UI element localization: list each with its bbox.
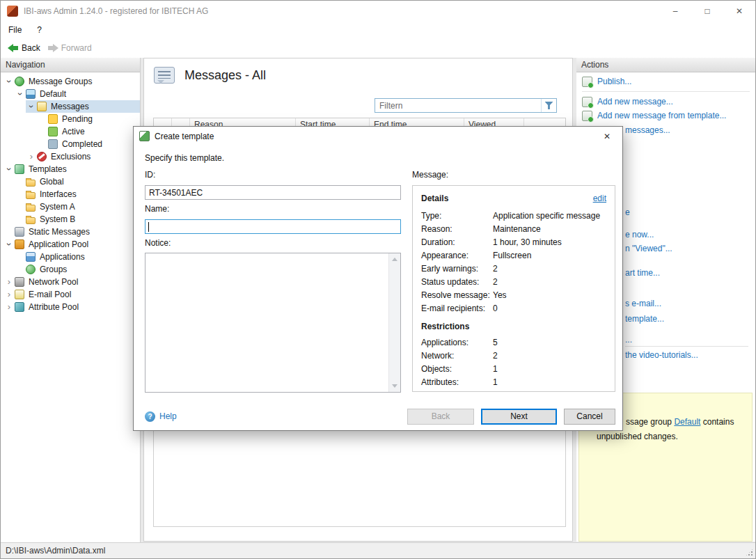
chevron-right-icon[interactable]: ›: [3, 301, 15, 313]
pending-icon: [48, 114, 58, 124]
close-icon[interactable]: ✕: [723, 1, 755, 22]
tree-item-completed[interactable]: Completed: [1, 138, 140, 150]
chevron-down-icon[interactable]: ›: [26, 101, 37, 112]
chevron-right-icon[interactable]: ›: [3, 289, 15, 300]
tree-item-default[interactable]: ›Default: [1, 88, 140, 100]
tree-item-label: Exclusions: [51, 152, 90, 162]
tree-item-system-a[interactable]: System A: [1, 200, 140, 213]
tree-item-applications[interactable]: Applications: [1, 251, 140, 263]
detail-value: 1 hour, 30 minutes: [493, 237, 562, 247]
tree-item-messages[interactable]: ›Messages: [1, 100, 140, 113]
filter-input[interactable]: [375, 99, 541, 112]
action-add-new-message[interactable]: Add new message...: [582, 95, 750, 109]
notification-text: contains: [700, 417, 734, 427]
detail-row: Attributes:1: [421, 375, 606, 388]
id-input[interactable]: [145, 185, 401, 200]
tree-item-global[interactable]: Global: [1, 175, 140, 188]
back-button[interactable]: Back: [407, 409, 474, 425]
dialog-close-icon[interactable]: ✕: [592, 127, 622, 145]
detail-value: 1: [493, 364, 498, 374]
action-link-partial[interactable]: s e-mail...: [625, 299, 661, 308]
detail-row: Network:2: [421, 349, 606, 362]
tree-item-message-groups[interactable]: ›Message Groups: [1, 75, 140, 88]
chevron-down-icon[interactable]: ›: [3, 239, 15, 250]
tree-item-pending[interactable]: Pending: [1, 113, 140, 125]
toolbar: Back Forward: [1, 38, 755, 58]
action-link-partial[interactable]: e: [625, 207, 630, 217]
notice-textarea[interactable]: [145, 253, 401, 393]
action-publish[interactable]: Publish...: [582, 74, 750, 88]
tree-item-groups[interactable]: Groups: [1, 263, 140, 276]
tree-item-static-messages[interactable]: Static Messages: [1, 226, 140, 238]
edit-link[interactable]: edit: [593, 194, 606, 203]
name-input[interactable]: [145, 219, 401, 234]
tree-item-templates[interactable]: ›Templates: [1, 163, 140, 175]
back-arrow-icon: [8, 43, 19, 53]
email-pool-icon: [15, 290, 24, 299]
action-link-partial[interactable]: messages...: [625, 125, 670, 135]
chevron-down-icon[interactable]: ›: [15, 88, 26, 100]
chevron-down-icon[interactable]: ›: [3, 76, 15, 87]
tree-item-label: Application Pool: [29, 239, 88, 249]
tree-item-system-b[interactable]: System B: [1, 213, 140, 226]
minimize-icon[interactable]: –: [659, 1, 691, 22]
notification-text-line1: ssage group Default contains: [626, 417, 734, 427]
titlebar: IBI-aws Admin 1.24.0 - registered for IB…: [1, 1, 755, 22]
scrollbar[interactable]: [388, 253, 400, 392]
messages-icon: [37, 102, 47, 111]
statusbar: D:\IBI-aws\Admin\Data.xml: [1, 542, 755, 558]
tree-item-exclusions[interactable]: ›Exclusions: [1, 150, 140, 163]
detail-row: Duration:1 hour, 30 minutes: [421, 235, 606, 249]
action-link-partial[interactable]: n "Viewed"...: [625, 244, 672, 253]
add-from-template-icon: [582, 111, 592, 121]
tree-item-attribute-pool[interactable]: ›Attribute Pool: [1, 301, 140, 313]
action-link-partial[interactable]: e now...: [625, 230, 654, 239]
chevron-right-icon[interactable]: ›: [26, 151, 37, 162]
next-button[interactable]: Next: [481, 409, 557, 425]
back-button[interactable]: Back: [8, 43, 40, 53]
tree-item-network-pool[interactable]: ›Network Pool: [1, 276, 140, 288]
tree-item-active[interactable]: Active: [1, 125, 140, 138]
forward-arrow-icon: [47, 43, 58, 53]
cancel-button[interactable]: Cancel: [564, 409, 615, 425]
detail-row: Objects:1: [421, 362, 606, 375]
detail-label: Status updates:: [421, 277, 493, 287]
menu-file[interactable]: File: [1, 25, 29, 35]
action-link-partial[interactable]: template...: [625, 314, 664, 324]
menu-help[interactable]: ?: [29, 25, 49, 35]
tree-item-interfaces[interactable]: Interfaces: [1, 188, 140, 200]
help-link[interactable]: Help: [145, 411, 177, 422]
default-group-link[interactable]: Default: [674, 417, 700, 427]
actions-header: Actions: [576, 58, 755, 72]
tree-item-label: Static Messages: [29, 227, 90, 237]
navigation-panel: Navigation ›Message Groups ›Default ›Mes…: [1, 58, 141, 542]
action-link-partial[interactable]: art time...: [625, 268, 660, 278]
action-link-partial[interactable]: ...: [625, 335, 632, 345]
tree-item-application-pool[interactable]: ›Application Pool: [1, 238, 140, 251]
filter-button[interactable]: [541, 99, 556, 112]
maximize-icon[interactable]: □: [691, 1, 723, 22]
message-groups-icon: [15, 77, 24, 86]
separator: [625, 346, 748, 347]
navigation-header: Navigation: [1, 58, 140, 72]
chevron-down-icon[interactable]: ›: [3, 164, 15, 175]
chevron-right-icon[interactable]: ›: [3, 276, 15, 288]
tree-item-email-pool[interactable]: ›E-mail Pool: [1, 288, 140, 301]
scroll-down-icon[interactable]: [389, 380, 400, 392]
id-label: ID:: [145, 170, 155, 180]
scroll-up-icon[interactable]: [389, 253, 400, 265]
action-link-partial[interactable]: the video-tutorials...: [625, 350, 698, 360]
tree-item-label: Attribute Pool: [29, 302, 79, 312]
forward-button[interactable]: Forward: [47, 43, 92, 53]
notice-label: Notice:: [145, 238, 171, 248]
detail-label: Appearance:: [421, 251, 493, 260]
action-add-from-template[interactable]: Add new message from template...: [582, 109, 750, 123]
publish-icon: [582, 77, 592, 87]
detail-value: Maintenance: [493, 224, 541, 234]
tree-item-label: Network Pool: [29, 277, 78, 287]
detail-label: E-mail recipients:: [421, 304, 493, 313]
completed-icon: [48, 139, 58, 149]
resize-grip[interactable]: [745, 548, 754, 557]
name-label: Name:: [145, 204, 169, 214]
menubar: File ?: [1, 22, 755, 38]
